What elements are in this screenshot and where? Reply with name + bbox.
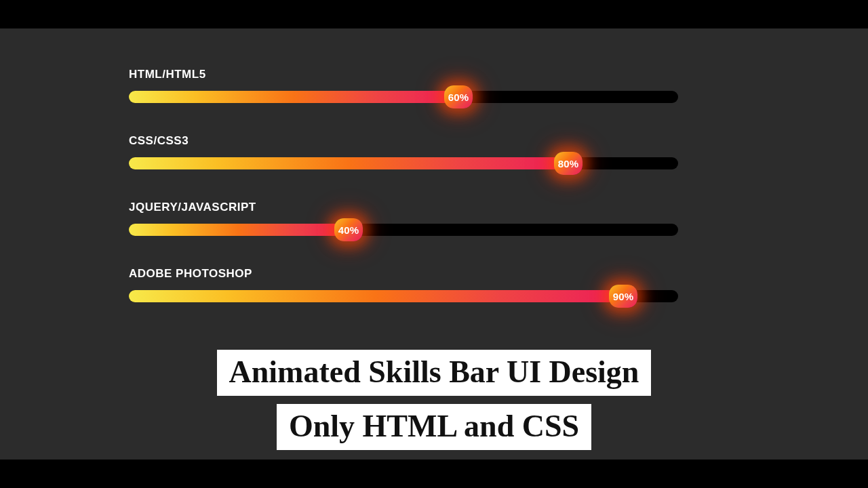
skill-fill (129, 290, 623, 302)
skill-percent-text: 80% (558, 158, 579, 169)
skill-knob: 60% (444, 85, 473, 108)
skill-percent-text: 90% (613, 291, 634, 302)
letterbox-bottom (0, 460, 868, 488)
skill-label: HTML/HTML5 (129, 68, 678, 81)
skill-percent-text: 40% (338, 224, 359, 236)
skill-row-photoshop: ADOBE PHOTOSHOP 90% (129, 267, 678, 302)
skill-track: 40% (129, 224, 678, 236)
skill-knob: 40% (334, 218, 363, 241)
skills-container: HTML/HTML5 60% CSS/CSS3 80% JQUERY/JAVAS… (129, 68, 678, 333)
skill-knob: 90% (609, 285, 637, 308)
skill-fill (129, 157, 568, 169)
caption-overlay: Animated Skills Bar UI Design Only HTML … (0, 350, 868, 460)
skill-track: 80% (129, 157, 678, 169)
skill-fill (129, 224, 349, 236)
stage: HTML/HTML5 60% CSS/CSS3 80% JQUERY/JAVAS… (0, 28, 868, 460)
skill-track: 90% (129, 290, 678, 302)
skill-track: 60% (129, 91, 678, 103)
skill-row-jquery: JQUERY/JAVASCRIPT 40% (129, 201, 678, 236)
caption-line-1: Animated Skills Bar UI Design (217, 350, 652, 396)
skill-label: ADOBE PHOTOSHOP (129, 267, 678, 281)
skill-label: CSS/CSS3 (129, 134, 678, 148)
letterbox-top (0, 0, 868, 28)
skill-percent-text: 60% (448, 92, 469, 103)
skill-label: JQUERY/JAVASCRIPT (129, 201, 678, 214)
skill-row-html: HTML/HTML5 60% (129, 68, 678, 103)
skill-row-css: CSS/CSS3 80% (129, 134, 678, 169)
skill-fill (129, 91, 458, 103)
caption-line-2: Only HTML and CSS (277, 404, 591, 450)
skill-knob: 80% (554, 152, 583, 175)
